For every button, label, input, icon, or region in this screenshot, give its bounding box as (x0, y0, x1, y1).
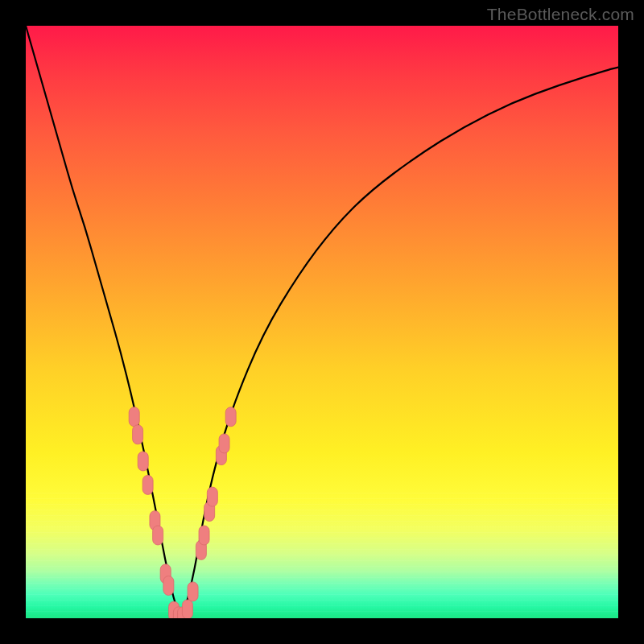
chart-svg (26, 26, 618, 618)
curve-marker (129, 407, 139, 427)
curve-marker (163, 576, 174, 596)
curve-marker (207, 487, 217, 506)
plot-area (26, 26, 618, 618)
curve-marker (153, 526, 163, 545)
curve-marker (182, 600, 192, 618)
curve-marker (138, 452, 148, 471)
bottleneck-curve (26, 26, 618, 615)
curve-marker (199, 526, 209, 545)
watermark-text: TheBottleneck.com (487, 5, 634, 24)
curve-marker (225, 407, 236, 427)
curve-marker (219, 434, 229, 453)
curve-marker (142, 475, 153, 494)
chart-frame: TheBottleneck.com (0, 0, 644, 644)
curve-marker (188, 582, 198, 601)
curve-markers (129, 407, 236, 618)
curve-marker (133, 425, 143, 444)
